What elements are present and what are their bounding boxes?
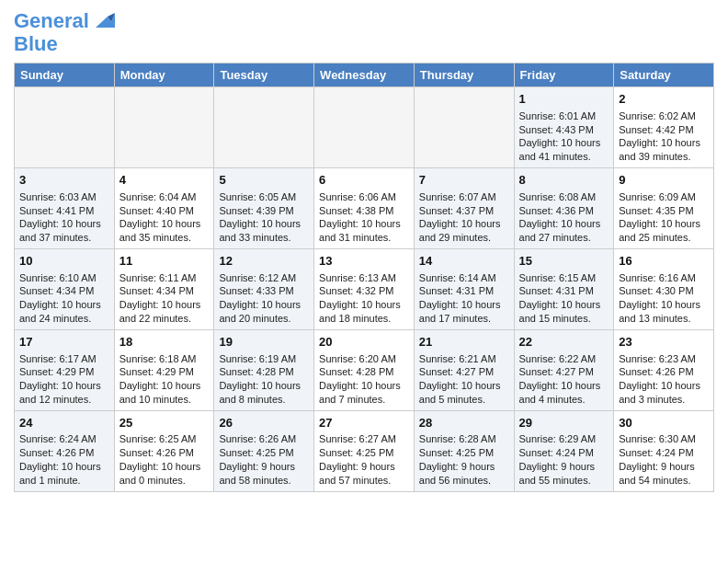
day-cell: [414, 87, 514, 168]
day-number: 1: [519, 91, 609, 108]
day-info: Sunrise: 6:22 AM Sunset: 4:27 PM Dayligh…: [519, 352, 609, 407]
day-number: 5: [219, 172, 309, 189]
day-info: Sunrise: 6:02 AM Sunset: 4:42 PM Dayligh…: [619, 109, 709, 164]
day-number: 4: [119, 172, 210, 189]
day-number: 16: [619, 253, 709, 270]
day-info: Sunrise: 6:05 AM Sunset: 4:39 PM Dayligh…: [219, 190, 309, 245]
day-cell: 28Sunrise: 6:28 AM Sunset: 4:25 PM Dayli…: [414, 410, 514, 491]
day-info: Sunrise: 6:18 AM Sunset: 4:29 PM Dayligh…: [119, 352, 210, 407]
day-number: 26: [219, 415, 309, 431]
day-info: Sunrise: 6:12 AM Sunset: 4:33 PM Dayligh…: [219, 271, 309, 326]
day-number: 23: [619, 334, 709, 350]
day-number: 25: [119, 415, 210, 431]
day-cell: [214, 87, 314, 168]
header-wednesday: Wednesday: [314, 63, 415, 87]
day-cell: 20Sunrise: 6:20 AM Sunset: 4:28 PM Dayli…: [314, 329, 415, 410]
week-row-2: 10Sunrise: 6:10 AM Sunset: 4:34 PM Dayli…: [15, 249, 714, 330]
day-number: 10: [19, 253, 109, 270]
week-row-4: 24Sunrise: 6:24 AM Sunset: 4:26 PM Dayli…: [15, 410, 714, 491]
day-info: Sunrise: 6:24 AM Sunset: 4:26 PM Dayligh…: [19, 432, 109, 487]
day-cell: 1Sunrise: 6:01 AM Sunset: 4:43 PM Daylig…: [514, 87, 614, 168]
day-info: Sunrise: 6:11 AM Sunset: 4:34 PM Dayligh…: [119, 271, 210, 326]
day-info: Sunrise: 6:07 AM Sunset: 4:37 PM Dayligh…: [419, 190, 509, 245]
day-cell: 8Sunrise: 6:08 AM Sunset: 4:36 PM Daylig…: [514, 168, 614, 249]
week-row-3: 17Sunrise: 6:17 AM Sunset: 4:29 PM Dayli…: [15, 329, 714, 410]
day-cell: 19Sunrise: 6:19 AM Sunset: 4:28 PM Dayli…: [214, 329, 314, 410]
day-cell: 14Sunrise: 6:14 AM Sunset: 4:31 PM Dayli…: [414, 249, 514, 330]
logo-text: General: [14, 10, 89, 32]
day-cell: 2Sunrise: 6:02 AM Sunset: 4:42 PM Daylig…: [614, 87, 714, 168]
day-info: Sunrise: 6:27 AM Sunset: 4:25 PM Dayligh…: [319, 432, 409, 487]
day-info: Sunrise: 6:08 AM Sunset: 4:36 PM Dayligh…: [519, 190, 609, 245]
day-info: Sunrise: 6:17 AM Sunset: 4:29 PM Dayligh…: [19, 352, 109, 407]
day-cell: 30Sunrise: 6:30 AM Sunset: 4:24 PM Dayli…: [614, 410, 714, 491]
logo-general: General: [14, 9, 89, 32]
day-info: Sunrise: 6:01 AM Sunset: 4:43 PM Dayligh…: [519, 109, 609, 164]
page-container: General Blue SundayMondayTuesdayWednesda…: [0, 0, 728, 501]
header-row: SundayMondayTuesdayWednesdayThursdayFrid…: [15, 63, 714, 87]
day-cell: 23Sunrise: 6:23 AM Sunset: 4:26 PM Dayli…: [614, 329, 714, 410]
day-number: 30: [619, 415, 709, 431]
day-number: 29: [519, 415, 609, 431]
day-number: 18: [119, 334, 210, 350]
day-number: 2: [619, 91, 709, 108]
day-number: 8: [519, 172, 609, 189]
calendar-table: SundayMondayTuesdayWednesdayThursdayFrid…: [14, 63, 714, 492]
day-number: 28: [419, 415, 509, 431]
day-info: Sunrise: 6:14 AM Sunset: 4:31 PM Dayligh…: [419, 271, 509, 326]
day-cell: [114, 87, 214, 168]
day-number: 7: [419, 172, 509, 189]
day-cell: 29Sunrise: 6:29 AM Sunset: 4:24 PM Dayli…: [514, 410, 614, 491]
day-number: 3: [19, 172, 109, 189]
day-cell: [15, 87, 115, 168]
header-sunday: Sunday: [15, 63, 115, 87]
day-info: Sunrise: 6:06 AM Sunset: 4:38 PM Dayligh…: [319, 190, 409, 245]
day-cell: 24Sunrise: 6:24 AM Sunset: 4:26 PM Dayli…: [15, 410, 115, 491]
day-number: 6: [319, 172, 409, 189]
day-number: 27: [319, 415, 409, 431]
day-cell: 27Sunrise: 6:27 AM Sunset: 4:25 PM Dayli…: [314, 410, 415, 491]
day-number: 20: [319, 334, 409, 350]
day-cell: 12Sunrise: 6:12 AM Sunset: 4:33 PM Dayli…: [214, 249, 314, 330]
day-cell: 11Sunrise: 6:11 AM Sunset: 4:34 PM Dayli…: [114, 249, 214, 330]
day-number: 15: [519, 253, 609, 270]
week-row-1: 3Sunrise: 6:03 AM Sunset: 4:41 PM Daylig…: [15, 168, 714, 249]
day-info: Sunrise: 6:19 AM Sunset: 4:28 PM Dayligh…: [219, 352, 309, 407]
day-info: Sunrise: 6:26 AM Sunset: 4:25 PM Dayligh…: [219, 432, 309, 487]
day-cell: 3Sunrise: 6:03 AM Sunset: 4:41 PM Daylig…: [15, 168, 115, 249]
day-cell: 17Sunrise: 6:17 AM Sunset: 4:29 PM Dayli…: [15, 329, 115, 410]
day-number: 11: [119, 253, 210, 270]
logo-text-block: General Blue: [14, 9, 115, 55]
day-number: 17: [19, 334, 109, 350]
day-cell: [314, 87, 415, 168]
header-saturday: Saturday: [614, 63, 714, 87]
day-info: Sunrise: 6:10 AM Sunset: 4:34 PM Dayligh…: [19, 271, 109, 326]
day-number: 21: [419, 334, 509, 350]
day-cell: 4Sunrise: 6:04 AM Sunset: 4:40 PM Daylig…: [114, 168, 214, 249]
day-info: Sunrise: 6:28 AM Sunset: 4:25 PM Dayligh…: [419, 432, 509, 487]
day-cell: 13Sunrise: 6:13 AM Sunset: 4:32 PM Dayli…: [314, 249, 415, 330]
day-info: Sunrise: 6:13 AM Sunset: 4:32 PM Dayligh…: [319, 271, 409, 326]
day-info: Sunrise: 6:30 AM Sunset: 4:24 PM Dayligh…: [619, 432, 709, 487]
day-number: 14: [419, 253, 509, 270]
day-cell: 16Sunrise: 6:16 AM Sunset: 4:30 PM Dayli…: [614, 249, 714, 330]
day-info: Sunrise: 6:09 AM Sunset: 4:35 PM Dayligh…: [619, 190, 709, 245]
day-info: Sunrise: 6:04 AM Sunset: 4:40 PM Dayligh…: [119, 190, 210, 245]
day-cell: 9Sunrise: 6:09 AM Sunset: 4:35 PM Daylig…: [614, 168, 714, 249]
day-cell: 6Sunrise: 6:06 AM Sunset: 4:38 PM Daylig…: [314, 168, 415, 249]
day-cell: 25Sunrise: 6:25 AM Sunset: 4:26 PM Dayli…: [114, 410, 214, 491]
day-info: Sunrise: 6:15 AM Sunset: 4:31 PM Dayligh…: [519, 271, 609, 326]
day-number: 13: [319, 253, 409, 270]
day-number: 9: [619, 172, 709, 189]
header-monday: Monday: [114, 63, 214, 87]
week-row-0: 1Sunrise: 6:01 AM Sunset: 4:43 PM Daylig…: [15, 87, 714, 168]
day-info: Sunrise: 6:03 AM Sunset: 4:41 PM Dayligh…: [19, 190, 109, 245]
header-tuesday: Tuesday: [214, 63, 314, 87]
day-info: Sunrise: 6:29 AM Sunset: 4:24 PM Dayligh…: [519, 432, 609, 487]
day-info: Sunrise: 6:21 AM Sunset: 4:27 PM Dayligh…: [419, 352, 509, 407]
day-cell: 21Sunrise: 6:21 AM Sunset: 4:27 PM Dayli…: [414, 329, 514, 410]
day-info: Sunrise: 6:25 AM Sunset: 4:26 PM Dayligh…: [119, 432, 210, 487]
day-cell: 22Sunrise: 6:22 AM Sunset: 4:27 PM Dayli…: [514, 329, 614, 410]
logo-icon: [91, 9, 115, 33]
day-number: 24: [19, 415, 109, 431]
